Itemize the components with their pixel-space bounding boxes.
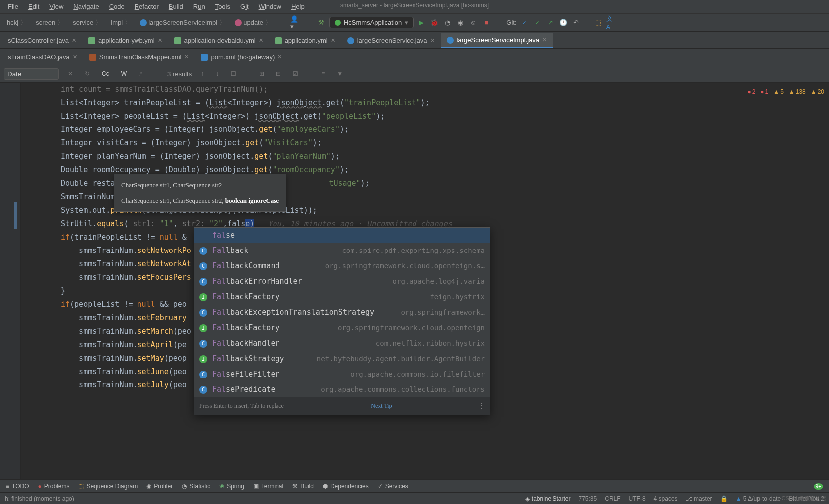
next-tip-link[interactable]: Next Tip (371, 399, 392, 413)
close-icon[interactable]: ✕ (72, 37, 76, 44)
menu-navigate[interactable]: Navigate (69, 2, 103, 11)
tool-profiler[interactable]: ◉ Profiler (146, 483, 173, 490)
git-branch[interactable]: ⎇ master (686, 495, 712, 502)
close-icon[interactable]: ✕ (331, 37, 335, 44)
hammer-icon[interactable]: ⚒ (316, 18, 326, 28)
git-commit-icon[interactable]: ✓ (533, 18, 543, 28)
select-all-icon[interactable]: ☐ (228, 69, 239, 78)
completion-popup[interactable]: falseCFallbackcom.spire.pdf.exporting.xp… (194, 227, 490, 415)
tool-todo[interactable]: ≡ TODO (6, 483, 29, 490)
coverage-icon[interactable]: ◔ (442, 18, 452, 28)
close-icon[interactable]: ✕ (259, 37, 263, 44)
breadcrumb-1[interactable]: screen (33, 17, 67, 28)
tool-spring[interactable]: ❀ Spring (219, 483, 244, 490)
add-selection-icon[interactable]: ⊞ (256, 69, 267, 78)
line-separator[interactable]: CRLF (605, 495, 620, 502)
completion-item[interactable]: false (194, 228, 490, 243)
tab-dao[interactable]: sTrainClassDAO.java✕ (2, 50, 83, 65)
menu-edit[interactable]: Edit (24, 2, 43, 11)
completion-item[interactable]: IFallbackFactoryorg.springframework.clou… (194, 320, 490, 336)
completion-item[interactable]: CFallbackCommandorg.springframework.clou… (194, 258, 490, 274)
menu-run[interactable]: Run (189, 2, 209, 11)
find-close-icon[interactable]: ✕ (65, 69, 76, 78)
remove-selection-icon[interactable]: ⊟ (273, 69, 284, 78)
prev-match-icon[interactable]: ↑ (198, 69, 207, 78)
git-update-icon[interactable]: ✓ (520, 18, 530, 28)
tool-services[interactable]: ✓ Services (378, 483, 408, 490)
filter-icon[interactable]: ▼ (334, 69, 346, 78)
git-rollback-icon[interactable]: ↶ (571, 18, 581, 28)
close-icon[interactable]: ✕ (430, 37, 435, 44)
profile-icon[interactable]: ◉ (455, 18, 465, 28)
tab-service[interactable]: largeScreenService.java✕ (341, 34, 441, 48)
menu-help[interactable]: Help (287, 2, 309, 11)
tab-serviceimpl[interactable]: largeScreenServiceImpl.java✕ (441, 33, 553, 48)
tabnine-widget[interactable]: ◈ tabnine Starter (525, 495, 570, 502)
breadcrumb-5[interactable]: update (232, 17, 275, 28)
words-button[interactable]: W (118, 69, 130, 78)
git-push-icon[interactable]: ↗ (546, 18, 555, 28)
regex-button[interactable]: .* (136, 69, 145, 78)
completion-item[interactable]: CFalseFileFilterorg.apache.commons.io.fi… (194, 367, 490, 382)
tab-scontroller[interactable]: sClassController.java✕ (2, 34, 82, 48)
run-config-selector[interactable]: HcSmmsApplication ▾ (329, 17, 414, 28)
close-icon[interactable]: ✕ (73, 54, 77, 60)
breadcrumb-0[interactable]: hckj (4, 17, 30, 28)
close-icon[interactable]: ✕ (184, 54, 189, 60)
stop-icon[interactable]: ■ (481, 18, 491, 28)
tab-mapper[interactable]: SmmsTrainClassMapper.xml✕ (83, 50, 195, 65)
next-match-icon[interactable]: ↓ (213, 69, 222, 78)
breadcrumb-3[interactable]: impl (108, 17, 134, 28)
tab-app-ywb[interactable]: application-ywb.yml✕ (82, 34, 168, 48)
user-icon[interactable]: 👤▾ (290, 18, 300, 28)
vcs-status[interactable]: ▲ 5 Δ/up-to-date (736, 495, 781, 502)
select-occurrences-icon[interactable]: ☑ (290, 69, 301, 78)
find-input[interactable] (4, 68, 59, 80)
match-case-button[interactable]: Cc (99, 69, 112, 78)
tool-terminal[interactable]: ▣ Terminal (253, 483, 283, 490)
lock-icon[interactable]: 🔒 (720, 495, 728, 502)
menu-tools[interactable]: Tools (211, 2, 234, 11)
completion-item[interactable]: IFallbackStrategynet.bytebuddy.agent.bui… (194, 351, 490, 367)
close-icon[interactable]: ✕ (158, 37, 162, 44)
menu-file[interactable]: File (4, 2, 22, 11)
completion-item[interactable]: CFallbackHandlercom.netflix.ribbon.hystr… (194, 336, 490, 351)
tool-problems[interactable]: ● Problems (38, 483, 69, 490)
completion-item[interactable]: IFallbackFactoryfeign.hystrix (194, 289, 490, 305)
close-icon[interactable]: ✕ (542, 37, 547, 43)
tool-dependencies[interactable]: ⬢ Dependencies (323, 483, 369, 490)
menu-git[interactable]: Git (236, 2, 253, 11)
tool-build[interactable]: ⚒ Build (292, 483, 314, 490)
debug-icon[interactable]: 🐞 (429, 18, 439, 28)
filter-align-icon[interactable]: ≡ (318, 69, 328, 78)
menu-view[interactable]: View (45, 2, 67, 11)
tool-statistic[interactable]: ◔ Statistic (182, 483, 210, 490)
menu-code[interactable]: Code (105, 2, 129, 11)
menu-build[interactable]: Build (165, 2, 187, 11)
encoding[interactable]: UTF-8 (629, 495, 646, 502)
menu-window[interactable]: Window (255, 2, 285, 11)
completion-item[interactable]: CFallbackcom.spire.pdf.exporting.xps.sch… (194, 243, 490, 258)
tab-app-yml[interactable]: application.yml✕ (269, 34, 341, 48)
run-icon[interactable]: ▶ (416, 18, 426, 28)
more-icon[interactable]: ⋮ (479, 399, 485, 413)
indent[interactable]: 4 spaces (654, 495, 678, 502)
editor[interactable]: ●2 ●1 ▲5 ▲138 ▲20 int count = smmsTrainC… (0, 83, 829, 479)
tool-sequence[interactable]: ⬚ Sequence Diagram (78, 483, 138, 490)
completion-item[interactable]: CFalsePredicateorg.apache.commons.collec… (194, 382, 490, 397)
caret-position[interactable]: 775:35 (579, 495, 597, 502)
tab-app-devbaidu[interactable]: application-devbaidu.yml✕ (168, 34, 269, 48)
search-everywhere-icon[interactable]: ⬚ (593, 18, 603, 28)
menu-refactor[interactable]: Refactor (131, 2, 163, 11)
event-badge[interactable]: 9+ (814, 483, 823, 490)
tab-pom[interactable]: pom.xml (hc-gateway)✕ (195, 50, 288, 65)
close-icon[interactable]: ✕ (277, 54, 282, 60)
attach-icon[interactable]: ⎋ (468, 18, 478, 28)
breadcrumb-4[interactable]: largeScreenServiceImpl (137, 17, 229, 28)
completion-item[interactable]: CFallbackErrorHandlerorg.apache.log4j.va… (194, 274, 490, 289)
git-history-icon[interactable]: 🕐 (558, 18, 568, 28)
completion-item[interactable]: CFallbackExceptionTranslationStrategyorg… (194, 305, 490, 320)
translate-icon[interactable]: 文A (606, 18, 616, 28)
gutter[interactable] (0, 83, 21, 479)
find-prev-search-icon[interactable]: ↻ (82, 69, 93, 78)
